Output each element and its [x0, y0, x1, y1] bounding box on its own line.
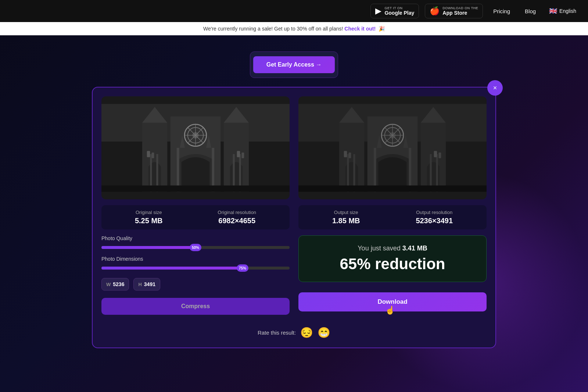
hero-cta-area: Get Early Access →: [0, 44, 588, 78]
flag-icon: 🇬🇧: [549, 7, 557, 15]
original-info-row: Original size 5.25 MB Original resolutio…: [101, 205, 290, 229]
left-panel: Original size 5.25 MB Original resolutio…: [101, 96, 290, 315]
blog-nav-link[interactable]: Blog: [520, 6, 540, 17]
pricing-nav-link[interactable]: Pricing: [489, 6, 514, 17]
sale-banner: We're currently running a sale! Get up t…: [0, 22, 588, 35]
google-play-badge[interactable]: ▶ GET IT ON Google Play: [370, 4, 419, 18]
google-play-text: GET IT ON Google Play: [384, 6, 414, 16]
dimensions-track: 75%: [101, 267, 290, 270]
svg-rect-25: [241, 153, 244, 158]
dimensions-slider-track[interactable]: 75%: [101, 264, 290, 272]
svg-rect-51: [434, 151, 437, 157]
svg-rect-50: [349, 153, 351, 158]
happy-rating-button[interactable]: 😁: [318, 327, 330, 339]
sad-rating-button[interactable]: 😔: [300, 327, 313, 339]
quality-track: 50%: [101, 246, 290, 249]
output-resolution-item: Output resolution 5236×3491: [416, 210, 453, 225]
download-btn-wrap: Download ☝: [298, 288, 487, 311]
close-button[interactable]: ×: [487, 80, 503, 96]
svg-rect-22: [147, 151, 150, 157]
svg-rect-53: [298, 185, 487, 192]
sale-emoji: 🎉: [379, 26, 385, 32]
svg-rect-15: [212, 148, 214, 192]
download-button[interactable]: Download: [298, 292, 487, 311]
cathedral-svg-output: [298, 96, 487, 199]
width-input[interactable]: W 5236: [101, 278, 129, 291]
svg-rect-24: [237, 151, 240, 157]
quality-slider-track[interactable]: 50%: [101, 243, 290, 252]
dimension-inputs: W 5236 H 3491: [101, 278, 290, 291]
google-play-icon: ▶: [375, 7, 381, 15]
svg-rect-52: [438, 153, 441, 158]
sliders-section: Photo Quality 50% Photo Dimen: [101, 235, 290, 315]
dimensions-slider-group: Photo Dimensions 75%: [101, 256, 290, 272]
app-store-text: Download on the App Store: [442, 6, 478, 16]
comparison-box: ×: [92, 87, 496, 348]
rating-section: Rate this result: 😔 😁: [101, 324, 487, 339]
top-navbar: ▶ GET IT ON Google Play 🍎 Download on th…: [0, 0, 588, 22]
page-background: Get Early Access → ×: [0, 0, 588, 392]
right-panel: Output size 1.85 MB Output resolution 52…: [298, 96, 487, 315]
compress-button[interactable]: Compress: [101, 298, 290, 315]
savings-text: You just saved 3.41 MB: [308, 245, 477, 252]
cta-container: Get Early Access →: [250, 51, 338, 78]
quality-fill: [101, 246, 196, 249]
height-input[interactable]: H 3491: [133, 278, 160, 291]
svg-rect-26: [101, 185, 290, 192]
app-store-badge[interactable]: 🍎 Download on the App Store: [425, 4, 483, 18]
original-image: [101, 96, 290, 199]
savings-box: You just saved 3.41 MB 65% reduction: [298, 235, 487, 282]
svg-rect-14: [177, 148, 179, 192]
dimensions-thumb[interactable]: 75%: [237, 264, 248, 272]
sale-link[interactable]: Check it out!: [344, 26, 377, 32]
svg-rect-42: [409, 148, 411, 192]
svg-rect-49: [344, 151, 347, 157]
svg-rect-23: [152, 153, 154, 158]
original-resolution-item: Original resolution 6982×4655: [218, 210, 256, 225]
output-info-row: Output size 1.85 MB Output resolution 52…: [298, 205, 487, 229]
cathedral-svg-original: [101, 96, 290, 199]
quality-slider-group: Photo Quality 50%: [101, 235, 290, 252]
output-image: [298, 96, 487, 199]
early-access-button[interactable]: Get Early Access →: [253, 56, 335, 73]
original-size-item: Original size 5.25 MB: [135, 210, 163, 225]
output-size-item: Output size 1.85 MB: [332, 210, 360, 225]
language-selector[interactable]: 🇬🇧 English: [546, 5, 579, 17]
quality-thumb[interactable]: 50%: [190, 244, 201, 251]
dimensions-fill: [101, 267, 243, 270]
comparison-wrapper: ×: [0, 87, 588, 348]
svg-rect-41: [374, 148, 376, 192]
apple-icon: 🍎: [430, 7, 440, 15]
